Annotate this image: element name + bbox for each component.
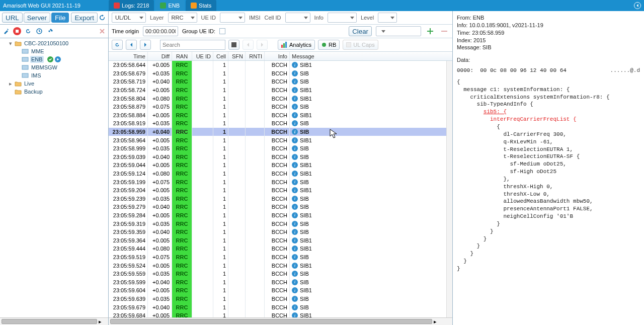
table-row[interactable]: 23:05:58.804+0.080RRC1BCCHiSIB1 bbox=[109, 94, 446, 103]
tree-root[interactable]: ▾ CBC-2021050100 bbox=[8, 39, 108, 47]
table-row[interactable]: 23:05:59.639+0.035RRC1BCCHiSIB bbox=[109, 295, 446, 303]
col-message[interactable]: Message bbox=[290, 52, 452, 60]
twisty-icon[interactable]: ▾ bbox=[8, 41, 13, 46]
clear-combo[interactable] bbox=[376, 26, 421, 36]
table-row[interactable]: 23:05:58.724+0.005RRC1BCCHiSIB1 bbox=[109, 86, 446, 95]
file-button[interactable]: File bbox=[51, 13, 69, 23]
layer-combo[interactable]: RRC bbox=[168, 13, 197, 23]
table-row[interactable]: 23:05:58.879+0.075RRC1BCCHiSIB bbox=[109, 103, 446, 111]
col-rnti[interactable]: RNTI bbox=[246, 52, 265, 60]
next-icon[interactable] bbox=[140, 40, 151, 50]
search-input[interactable] bbox=[163, 42, 223, 48]
scroll-right-icon[interactable]: ▸ bbox=[434, 318, 437, 325]
table-row[interactable]: 23:05:58.964+0.005RRC1BCCHiSIB1 bbox=[109, 136, 446, 144]
level-combo[interactable] bbox=[378, 13, 397, 23]
group-ueid-checkbox[interactable] bbox=[219, 28, 225, 34]
vscroll[interactable] bbox=[446, 61, 452, 317]
table-row[interactable]: 23:05:59.204+0.005RRC1BCCHiSIB1 bbox=[109, 186, 446, 195]
col-info[interactable]: Info bbox=[265, 52, 290, 60]
tools-icon[interactable] bbox=[46, 27, 54, 35]
tab-enb[interactable]: ENB bbox=[155, 0, 185, 11]
wand-icon[interactable] bbox=[2, 27, 10, 35]
uldl-combo[interactable]: UL/DL bbox=[112, 13, 146, 23]
col-sfn[interactable]: SFN bbox=[228, 52, 246, 60]
url-button[interactable]: URL bbox=[2, 13, 23, 23]
center-hscroll[interactable]: ▸ bbox=[109, 317, 452, 325]
table-row[interactable]: 23:05:59.364+0.005RRC1BCCHiSIB1 bbox=[109, 236, 446, 245]
table-row[interactable]: 23:05:59.284+0.005RRC1BCCHiSIB1 bbox=[109, 211, 446, 220]
table-row[interactable]: 23:05:59.124+0.080RRC1BCCHiSIB1 bbox=[109, 170, 446, 178]
table-row[interactable]: 23:05:58.719+0.040RRC1BCCHiSIB bbox=[109, 77, 446, 86]
clock-icon[interactable] bbox=[35, 27, 43, 35]
scroll-right-icon[interactable]: ▸ bbox=[99, 318, 102, 325]
table-row[interactable]: 23:05:59.279+0.040RRC1BCCHiSIB bbox=[109, 203, 446, 211]
search-prev-icon[interactable] bbox=[243, 40, 254, 50]
sidebar-hscroll[interactable]: ▸ bbox=[0, 317, 108, 325]
table-row[interactable]: 23:05:58.999+0.035RRC1BCCHiSIB bbox=[109, 144, 446, 153]
table-row[interactable]: 23:05:59.519+0.075RRC1BCCHiSIB bbox=[109, 253, 446, 262]
table-row[interactable]: 23:05:59.359+0.040RRC1BCCHiSIB bbox=[109, 228, 446, 236]
refresh-list-icon[interactable] bbox=[112, 40, 123, 50]
info-icon: i bbox=[292, 87, 298, 93]
table-row[interactable]: 23:05:59.319+0.035RRC1BCCHiSIB bbox=[109, 219, 446, 228]
close-icon[interactable] bbox=[98, 27, 106, 35]
table-row[interactable]: 23:05:58.644+0.005RRC1BCCHiSIB1 bbox=[109, 61, 446, 69]
table-row[interactable]: 23:05:58.919+0.035RRC1BCCHiSIB bbox=[109, 119, 446, 128]
clear-button[interactable]: Clear bbox=[349, 26, 372, 36]
col-ueid[interactable]: UE ID bbox=[192, 52, 213, 60]
add-icon[interactable] bbox=[425, 26, 435, 36]
table-row[interactable]: 23:05:59.199+0.075RRC1BCCHiSIB bbox=[109, 178, 446, 186]
ueid-combo[interactable] bbox=[220, 13, 245, 23]
table-row[interactable]: 23:05:59.559+0.035RRC1BCCHiSIB bbox=[109, 270, 446, 278]
table-row[interactable]: 23:05:59.444+0.080RRC1BCCHiSIB1 bbox=[109, 245, 446, 253]
table-row[interactable]: 23:05:58.959+0.040RRC1BCCHiSIB bbox=[109, 128, 446, 136]
node-icon bbox=[22, 56, 29, 62]
stop-icon[interactable] bbox=[13, 27, 21, 35]
cellid-combo[interactable] bbox=[285, 13, 310, 23]
table-header: Time Diff RAN UE ID Cell SFN RNTI Info M… bbox=[109, 52, 452, 61]
remove-icon[interactable] bbox=[439, 26, 449, 36]
twisty-icon[interactable]: ▸ bbox=[8, 81, 13, 86]
col-diff[interactable]: Diff bbox=[148, 52, 172, 60]
refresh-icon[interactable] bbox=[99, 14, 106, 22]
table-body[interactable]: 23:05:58.644+0.005RRC1BCCHiSIB123:05:58.… bbox=[109, 61, 446, 317]
search-field[interactable] bbox=[160, 40, 225, 50]
search-dropdown-icon[interactable] bbox=[228, 40, 239, 50]
table-row[interactable]: 23:05:58.884+0.005RRC1BCCHiSIB1 bbox=[109, 111, 446, 120]
table-row[interactable]: 23:05:59.039+0.040RRC1BCCHiSIB bbox=[109, 153, 446, 161]
search-next-icon[interactable] bbox=[257, 40, 268, 50]
table-row[interactable]: 23:05:59.524+0.005RRC1BCCHiSIB1 bbox=[109, 261, 446, 270]
prev-icon[interactable] bbox=[126, 40, 137, 50]
table-row[interactable]: 23:05:58.679+0.035RRC1BCCHiSIB bbox=[109, 69, 446, 78]
time-origin-input[interactable] bbox=[143, 26, 178, 36]
reload-icon[interactable] bbox=[24, 27, 32, 35]
col-time[interactable]: Time bbox=[109, 52, 148, 60]
tab-stats[interactable]: Stats bbox=[186, 0, 216, 11]
table-row[interactable]: 23:05:59.679+0.040RRC1BCCHiSIB bbox=[109, 303, 446, 311]
table-row[interactable]: 23:05:59.044+0.005RRC1BCCHiSIB1 bbox=[109, 161, 446, 170]
second-row: Time origin Group UE ID: Clear bbox=[109, 25, 452, 38]
tree-item-live[interactable]: ▸Live bbox=[8, 79, 108, 88]
ulcaps-button[interactable]: UL Caps bbox=[343, 40, 378, 50]
table-row[interactable]: 23:05:59.239+0.035RRC1BCCHiSIB bbox=[109, 195, 446, 203]
tree-item-backup[interactable]: Backup bbox=[8, 88, 108, 96]
tree-item-enb[interactable]: ENB bbox=[15, 55, 108, 63]
server-button[interactable]: Server bbox=[24, 13, 50, 23]
tree-item-mme[interactable]: MME bbox=[15, 47, 108, 55]
table-row[interactable]: 23:05:59.599+0.040RRC1BCCHiSIB bbox=[109, 278, 446, 286]
info-icon: i bbox=[292, 229, 298, 235]
table-row[interactable]: 23:05:59.604+0.005RRC1BCCHiSIB1 bbox=[109, 286, 446, 295]
info-combo[interactable] bbox=[328, 13, 357, 23]
table-row[interactable]: 23:05:59.684+0.005RRC1BCCHiSIB1 bbox=[109, 311, 446, 317]
col-cell[interactable]: Cell bbox=[213, 52, 228, 60]
export-button[interactable]: Export bbox=[71, 13, 98, 23]
tab-logs[interactable]: Logs: 2218 bbox=[109, 0, 154, 11]
info-icon: i bbox=[292, 187, 298, 193]
col-ran[interactable]: RAN bbox=[172, 52, 192, 60]
chart-icon bbox=[191, 3, 197, 9]
collapse-icon[interactable] bbox=[634, 2, 641, 9]
rb-button[interactable]: RB bbox=[318, 40, 340, 50]
analytics-button[interactable]: Analytics bbox=[278, 40, 315, 50]
tree-item-mbmsgw[interactable]: MBMSGW bbox=[15, 63, 108, 71]
tree-item-ims[interactable]: IMS bbox=[15, 71, 108, 79]
